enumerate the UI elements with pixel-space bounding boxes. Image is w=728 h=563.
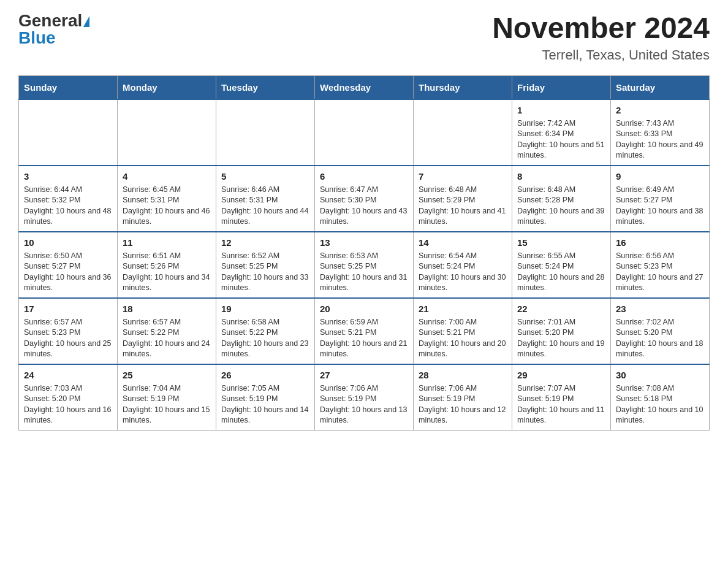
- day-number: 12: [221, 236, 309, 249]
- day-number: 9: [616, 170, 704, 183]
- day-number: 30: [616, 369, 704, 381]
- day-number: 14: [419, 236, 507, 249]
- day-info: Sunrise: 6:57 AMSunset: 5:22 PMDaylight:…: [123, 317, 211, 360]
- calendar-week-row: 3Sunrise: 6:44 AMSunset: 5:32 PMDaylight…: [19, 166, 710, 232]
- page-title: November 2024: [492, 12, 710, 45]
- day-info: Sunrise: 7:00 AMSunset: 5:21 PMDaylight:…: [419, 317, 507, 360]
- day-info: Sunrise: 6:46 AMSunset: 5:31 PMDaylight:…: [221, 185, 309, 228]
- table-row: 23Sunrise: 7:02 AMSunset: 5:20 PMDayligh…: [611, 298, 710, 364]
- table-row: 2Sunrise: 7:43 AMSunset: 6:33 PMDaylight…: [611, 99, 710, 166]
- day-number: 29: [517, 369, 605, 381]
- calendar-table: SundayMondayTuesdayWednesdayThursdayFrid…: [18, 75, 710, 431]
- day-number: 17: [24, 302, 112, 315]
- day-number: 26: [221, 369, 309, 381]
- day-of-week-header: Thursday: [414, 75, 512, 99]
- day-info: Sunrise: 6:59 AMSunset: 5:21 PMDaylight:…: [320, 317, 408, 360]
- calendar-week-row: 10Sunrise: 6:50 AMSunset: 5:27 PMDayligh…: [19, 232, 710, 298]
- table-row: 6Sunrise: 6:47 AMSunset: 5:30 PMDaylight…: [315, 166, 414, 232]
- page-subtitle: Terrell, Texas, United States: [492, 47, 710, 63]
- day-number: 18: [123, 302, 211, 315]
- day-number: 10: [24, 236, 112, 249]
- day-info: Sunrise: 7:42 AMSunset: 6:34 PMDaylight:…: [517, 118, 605, 161]
- day-info: Sunrise: 6:44 AMSunset: 5:32 PMDaylight:…: [24, 185, 112, 228]
- table-row: 27Sunrise: 7:06 AMSunset: 5:19 PMDayligh…: [315, 364, 414, 431]
- title-section: November 2024 Terrell, Texas, United Sta…: [492, 12, 710, 63]
- table-row: 8Sunrise: 6:48 AMSunset: 5:28 PMDaylight…: [512, 166, 611, 232]
- table-row: 10Sunrise: 6:50 AMSunset: 5:27 PMDayligh…: [19, 232, 118, 298]
- day-number: 4: [123, 170, 211, 183]
- table-row: 17Sunrise: 6:57 AMSunset: 5:23 PMDayligh…: [19, 298, 118, 364]
- day-number: 1: [517, 104, 605, 117]
- day-info: Sunrise: 7:06 AMSunset: 5:19 PMDaylight:…: [320, 383, 408, 426]
- day-info: Sunrise: 6:56 AMSunset: 5:23 PMDaylight:…: [616, 251, 704, 294]
- table-row: 18Sunrise: 6:57 AMSunset: 5:22 PMDayligh…: [118, 298, 216, 364]
- table-row: [118, 99, 216, 166]
- table-row: 20Sunrise: 6:59 AMSunset: 5:21 PMDayligh…: [315, 298, 414, 364]
- table-row: 22Sunrise: 7:01 AMSunset: 5:20 PMDayligh…: [512, 298, 611, 364]
- logo-general-text: General: [18, 11, 82, 30]
- table-row: 15Sunrise: 6:55 AMSunset: 5:24 PMDayligh…: [512, 232, 611, 298]
- day-info: Sunrise: 6:57 AMSunset: 5:23 PMDaylight:…: [24, 317, 112, 360]
- day-number: 15: [517, 236, 605, 249]
- day-info: Sunrise: 6:54 AMSunset: 5:24 PMDaylight:…: [419, 251, 507, 294]
- table-row: [414, 99, 512, 166]
- day-of-week-header: Sunday: [19, 75, 118, 99]
- day-info: Sunrise: 6:52 AMSunset: 5:25 PMDaylight:…: [221, 251, 309, 294]
- day-info: Sunrise: 7:43 AMSunset: 6:33 PMDaylight:…: [616, 118, 704, 161]
- day-of-week-header: Saturday: [611, 75, 710, 99]
- day-info: Sunrise: 6:58 AMSunset: 5:22 PMDaylight:…: [221, 317, 309, 360]
- day-number: 6: [320, 170, 408, 183]
- table-row: 30Sunrise: 7:08 AMSunset: 5:18 PMDayligh…: [611, 364, 710, 431]
- day-number: 22: [517, 302, 605, 315]
- day-info: Sunrise: 7:01 AMSunset: 5:20 PMDaylight:…: [517, 317, 605, 360]
- day-info: Sunrise: 6:48 AMSunset: 5:28 PMDaylight:…: [517, 185, 605, 228]
- table-row: 9Sunrise: 6:49 AMSunset: 5:27 PMDaylight…: [611, 166, 710, 232]
- day-info: Sunrise: 7:02 AMSunset: 5:20 PMDaylight:…: [616, 317, 704, 360]
- day-number: 25: [123, 369, 211, 381]
- day-of-week-header: Friday: [512, 75, 611, 99]
- day-number: 11: [123, 236, 211, 249]
- calendar-header-row: SundayMondayTuesdayWednesdayThursdayFrid…: [19, 75, 710, 99]
- day-number: 7: [419, 170, 507, 183]
- table-row: 28Sunrise: 7:06 AMSunset: 5:19 PMDayligh…: [414, 364, 512, 431]
- day-info: Sunrise: 7:04 AMSunset: 5:19 PMDaylight:…: [123, 383, 211, 426]
- day-info: Sunrise: 6:47 AMSunset: 5:30 PMDaylight:…: [320, 185, 408, 228]
- table-row: [315, 99, 414, 166]
- table-row: 1Sunrise: 7:42 AMSunset: 6:34 PMDaylight…: [512, 99, 611, 166]
- day-number: 24: [24, 369, 112, 381]
- table-row: 21Sunrise: 7:00 AMSunset: 5:21 PMDayligh…: [414, 298, 512, 364]
- day-number: 5: [221, 170, 309, 183]
- day-info: Sunrise: 6:45 AMSunset: 5:31 PMDaylight:…: [123, 185, 211, 228]
- day-number: 20: [320, 302, 408, 315]
- day-number: 2: [616, 104, 704, 117]
- table-row: 12Sunrise: 6:52 AMSunset: 5:25 PMDayligh…: [216, 232, 315, 298]
- table-row: 29Sunrise: 7:07 AMSunset: 5:19 PMDayligh…: [512, 364, 611, 431]
- table-row: 4Sunrise: 6:45 AMSunset: 5:31 PMDaylight…: [118, 166, 216, 232]
- table-row: 3Sunrise: 6:44 AMSunset: 5:32 PMDaylight…: [19, 166, 118, 232]
- day-number: 16: [616, 236, 704, 249]
- day-number: 8: [517, 170, 605, 183]
- day-number: 28: [419, 369, 507, 381]
- day-of-week-header: Tuesday: [216, 75, 315, 99]
- day-number: 23: [616, 302, 704, 315]
- logo-triangle-icon: [83, 16, 89, 27]
- table-row: 14Sunrise: 6:54 AMSunset: 5:24 PMDayligh…: [414, 232, 512, 298]
- day-number: 13: [320, 236, 408, 249]
- day-info: Sunrise: 7:03 AMSunset: 5:20 PMDaylight:…: [24, 383, 112, 426]
- day-info: Sunrise: 6:53 AMSunset: 5:25 PMDaylight:…: [320, 251, 408, 294]
- day-info: Sunrise: 6:50 AMSunset: 5:27 PMDaylight:…: [24, 251, 112, 294]
- day-info: Sunrise: 6:55 AMSunset: 5:24 PMDaylight:…: [517, 251, 605, 294]
- table-row: 5Sunrise: 6:46 AMSunset: 5:31 PMDaylight…: [216, 166, 315, 232]
- day-info: Sunrise: 6:49 AMSunset: 5:27 PMDaylight:…: [616, 185, 704, 228]
- table-row: 16Sunrise: 6:56 AMSunset: 5:23 PMDayligh…: [611, 232, 710, 298]
- day-info: Sunrise: 7:06 AMSunset: 5:19 PMDaylight:…: [419, 383, 507, 426]
- day-number: 3: [24, 170, 112, 183]
- table-row: 24Sunrise: 7:03 AMSunset: 5:20 PMDayligh…: [19, 364, 118, 431]
- day-info: Sunrise: 7:05 AMSunset: 5:19 PMDaylight:…: [221, 383, 309, 426]
- day-of-week-header: Monday: [118, 75, 216, 99]
- day-number: 21: [419, 302, 507, 315]
- calendar-week-row: 24Sunrise: 7:03 AMSunset: 5:20 PMDayligh…: [19, 364, 710, 431]
- page-header: General Blue November 2024 Terrell, Texa…: [18, 12, 710, 63]
- day-number: 19: [221, 302, 309, 315]
- day-of-week-header: Wednesday: [315, 75, 414, 99]
